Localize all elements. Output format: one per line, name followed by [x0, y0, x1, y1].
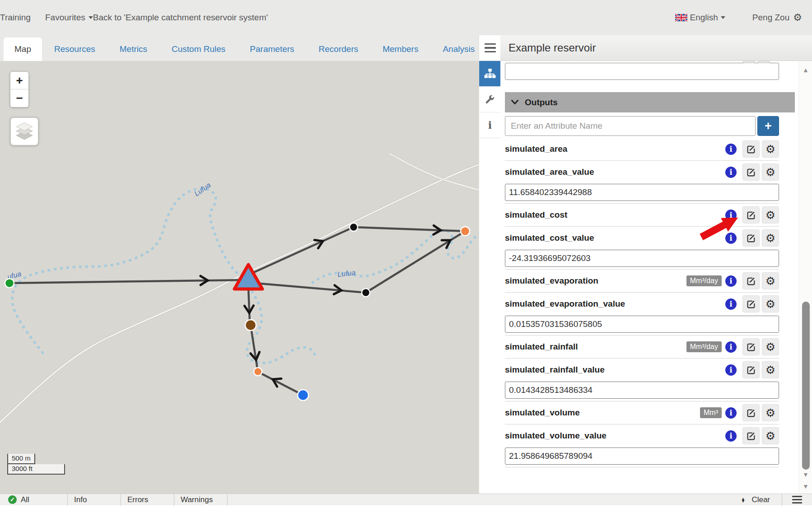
edit-attribute-button[interactable] [742, 404, 760, 421]
edit-attribute-button[interactable] [742, 140, 760, 158]
attribute-value-input[interactable] [505, 184, 779, 201]
attribute-settings-button[interactable]: ⚙ [762, 404, 779, 421]
network-edges [9, 227, 465, 395]
network-tree-button[interactable] [479, 61, 501, 87]
scroll-up-arrow[interactable]: ▲ [799, 66, 812, 74]
output-node[interactable] [461, 227, 470, 236]
language-selector[interactable]: English [675, 13, 725, 23]
attribute-row: simulated_rainfallMm³/dayi⚙ [505, 336, 779, 359]
info-icon[interactable]: i [725, 144, 737, 155]
gear-icon: ⚙ [765, 340, 775, 354]
log-filter-errors[interactable]: Errors [121, 494, 174, 506]
attribute-row: simulated_volume_valuei⚙ [505, 424, 779, 467]
log-filter-all[interactable]: ✓ All [0, 494, 68, 506]
edit-attribute-button[interactable] [742, 163, 760, 181]
log-filter-info[interactable]: Info [68, 494, 121, 506]
clipped-button[interactable] [743, 61, 755, 63]
scroll-down-arrow[interactable]: ▼ [799, 471, 812, 478]
tab-custom-rules[interactable]: Custom Rules [159, 37, 238, 61]
sort-toggle-icon[interactable]: ▲▼ [741, 498, 745, 502]
back-link[interactable]: Back to 'Example catchment reservoir sys… [93, 13, 268, 23]
attribute-settings-button[interactable]: ⚙ [762, 140, 779, 158]
attribute-settings-button[interactable]: ⚙ [762, 206, 779, 224]
attribute-value-input[interactable] [505, 447, 779, 465]
log-menu-button[interactable] [792, 494, 802, 505]
wrench-icon [485, 94, 495, 105]
divider [782, 494, 782, 506]
info-icon[interactable]: i [725, 430, 737, 442]
attribute-name: simulated_volume_value [505, 431, 607, 441]
log-filter-warnings[interactable]: Warnings [174, 494, 228, 506]
edit-attribute-button[interactable] [742, 206, 760, 224]
network-nodes[interactable] [5, 223, 470, 401]
tools-button[interactable] [479, 87, 501, 112]
info-icon[interactable]: i [725, 167, 737, 178]
attribute-value-input[interactable] [505, 382, 779, 399]
edit-attribute-button[interactable] [742, 427, 760, 444]
node-name-input[interactable] [505, 63, 779, 80]
attribute-settings-button[interactable]: ⚙ [762, 427, 779, 444]
attribute-name: simulated_cost_value [505, 233, 594, 243]
scrollbar-thumb[interactable] [802, 302, 810, 470]
favourites-menu[interactable]: Favourites [45, 13, 93, 23]
tab-members[interactable]: Members [370, 37, 430, 61]
tab-parameters[interactable]: Parameters [238, 37, 306, 61]
attribute-name: simulated_area_value [505, 167, 594, 177]
attribute-value-input[interactable] [505, 316, 779, 333]
edit-icon [747, 299, 756, 309]
tab-map[interactable]: Map [4, 37, 42, 61]
panel-body: Outputs + simulated_areai⚙simulated_area… [500, 61, 795, 482]
attribute-settings-button[interactable]: ⚙ [762, 361, 779, 378]
tab-recorders[interactable]: Recorders [307, 37, 371, 61]
river-label: Lufua [337, 269, 356, 278]
attribute-settings-button[interactable]: ⚙ [762, 295, 779, 312]
hamburger-icon [485, 43, 496, 53]
info-icon[interactable]: i [725, 364, 737, 376]
attribute-settings-button[interactable]: ⚙ [762, 338, 779, 355]
tab-resources[interactable]: Resources [42, 37, 107, 61]
user-menu[interactable]: Peng Zou ⚙ [752, 12, 802, 23]
attribute-settings-button[interactable]: ⚙ [762, 272, 779, 289]
edit-attribute-button[interactable] [742, 272, 760, 289]
panel-vertical-scrollbar[interactable]: ▲ ▼ ▼ [798, 61, 812, 494]
scroll-down-arrow[interactable]: ▼ [799, 483, 812, 490]
info-icon[interactable]: i [725, 298, 737, 310]
tab-analysis[interactable]: Analysis [430, 37, 479, 61]
add-attribute-button[interactable]: + [757, 116, 779, 136]
output-node[interactable] [254, 368, 262, 376]
catchment-node[interactable] [5, 279, 14, 288]
edit-attribute-button[interactable] [742, 361, 760, 378]
edit-icon [747, 168, 756, 177]
panel-menu-button[interactable] [479, 35, 501, 61]
edit-attribute-button[interactable] [742, 229, 760, 247]
clear-log-button[interactable]: Clear [751, 495, 770, 504]
demand-node[interactable] [298, 390, 308, 401]
edit-attribute-button[interactable] [742, 295, 760, 312]
zoom-in-button[interactable]: + [10, 72, 28, 89]
attribute-settings-button[interactable]: ⚙ [762, 229, 779, 247]
attribute-name-input[interactable] [505, 116, 756, 136]
attribute-settings-button[interactable]: ⚙ [762, 163, 779, 181]
junction-node[interactable] [362, 289, 370, 297]
gear-icon: ⚙ [765, 232, 775, 245]
clipped-button[interactable] [758, 61, 770, 63]
filter-label: Errors [127, 495, 148, 504]
river-label: Lufua [193, 181, 212, 198]
app-brand[interactable]: Training [0, 13, 45, 23]
info-icon[interactable]: i [725, 407, 737, 419]
info-tab-button[interactable]: i [479, 112, 501, 138]
info-icon[interactable]: i [725, 233, 737, 244]
info-icon[interactable]: i [725, 210, 737, 221]
info-icon[interactable]: i [725, 341, 737, 353]
outputs-section-header[interactable]: Outputs [505, 92, 795, 112]
zoom-out-button[interactable]: − [10, 89, 28, 107]
edit-attribute-button[interactable] [742, 338, 760, 355]
info-icon[interactable]: i [725, 275, 737, 287]
tab-metrics[interactable]: Metrics [107, 37, 159, 61]
map-layers-button[interactable] [10, 117, 39, 146]
map-canvas[interactable]: Lufua Lufua ufua [0, 61, 479, 494]
edge-arrowheads [201, 225, 453, 387]
turbine-node[interactable] [245, 320, 256, 331]
attribute-value-input[interactable] [505, 250, 779, 267]
junction-node[interactable] [350, 223, 358, 231]
